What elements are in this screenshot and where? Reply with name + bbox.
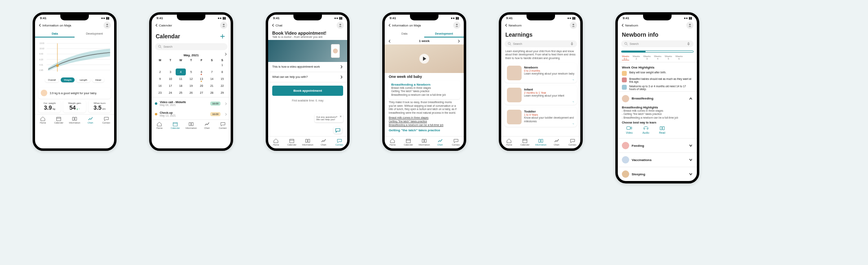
calendar-day[interactable]: 17 (165, 82, 175, 89)
nav-information[interactable]: Information (416, 137, 432, 148)
week-tab[interactable]: Weeks6 (675, 55, 683, 60)
nav-chart[interactable]: Chart (199, 120, 215, 132)
calendar-day[interactable]: 14 (207, 75, 217, 82)
segment-baby[interactable]: Baby (621, 51, 645, 53)
calendar-day[interactable]: 3 (165, 68, 175, 75)
week-prev-button[interactable] (388, 40, 391, 43)
nav-contact[interactable]: Contact (98, 115, 114, 126)
accordion-breastfeeding[interactable]: Breastfeeding (618, 91, 697, 106)
nav-calendar[interactable]: Calender (284, 137, 300, 148)
nav-information[interactable]: Information (183, 120, 199, 132)
info-row-help[interactable]: What can we help you with? (268, 72, 347, 82)
calendar-day[interactable]: 13 (196, 75, 207, 82)
calendar-day[interactable]: 16 (155, 82, 165, 89)
nav-contact[interactable]: Contact (331, 137, 347, 148)
segmented-control[interactable]: Baby Mother Parents (621, 51, 694, 53)
tab-development[interactable]: Development (424, 31, 464, 38)
calendar-day[interactable]: 5 (186, 68, 196, 75)
pill-length[interactable]: Length (76, 77, 90, 82)
calendar-day[interactable]: 18 (176, 82, 186, 89)
tab-data[interactable]: Data (385, 31, 424, 38)
profile-icon[interactable] (220, 22, 227, 29)
nav-chart[interactable]: Chart (432, 137, 448, 148)
week-tab[interactable]: Weeks3 (643, 55, 650, 60)
nav-home[interactable]: Home (385, 137, 401, 148)
close-icon[interactable]: ✕ (339, 115, 342, 118)
week-tab[interactable]: Weeks0-1 (622, 55, 629, 60)
back-button[interactable]: Information on Maja (388, 24, 421, 27)
calendar-day[interactable]: 15 (217, 75, 227, 82)
nav-information[interactable]: Information (300, 137, 316, 148)
nav-chart[interactable]: Chart (82, 115, 98, 126)
calendar-day[interactable]: 2 (155, 68, 165, 75)
nav-chart[interactable]: Chart (549, 137, 564, 148)
calendar-day[interactable]: 8 (217, 68, 227, 75)
calendar-day[interactable]: 20 (196, 82, 207, 89)
article-link[interactable]: Getting "the latch" takes practice (389, 119, 460, 123)
mic-icon[interactable] (687, 42, 690, 46)
learn-opt-read[interactable]: Read (659, 126, 665, 134)
segment-parents[interactable]: Parents (669, 51, 693, 53)
nav-calendar[interactable]: Calender (51, 115, 67, 126)
back-button[interactable]: Newborn (504, 24, 522, 27)
pill-weight[interactable]: Weight (61, 77, 75, 82)
article-hero[interactable] (385, 44, 464, 73)
learning-card[interactable]: Infant2 months to 1 YearLearn everything… (504, 85, 577, 105)
chat-fab[interactable] (333, 126, 342, 134)
calendar-day[interactable]: 22 (217, 82, 227, 89)
calendar-day[interactable]: 21 (207, 82, 217, 89)
profile-icon[interactable] (104, 22, 111, 29)
nav-home[interactable]: Home (35, 115, 51, 126)
add-event-button[interactable]: ＋ (218, 31, 227, 42)
event-row[interactable]: Video call - MidwifeMay 06, 202116:00 (152, 98, 231, 109)
calendar-day[interactable]: 26 (186, 89, 196, 96)
arrow-right-icon[interactable]: → (572, 78, 575, 81)
book-button[interactable]: Book appointment (272, 86, 343, 96)
calendar-day[interactable]: 24 (165, 89, 175, 96)
learn-opt-audio[interactable]: Audio (643, 126, 650, 134)
mic-icon[interactable] (570, 42, 574, 46)
calendar-day[interactable]: 19 (186, 82, 196, 89)
profile-icon[interactable] (570, 22, 577, 29)
pill-overall[interactable]: Overall (45, 77, 59, 82)
accordion-vaccinations[interactable]: Vaccinations (618, 152, 697, 167)
calendar-day[interactable]: 27 (196, 89, 207, 96)
calendar-day[interactable]: 25 (176, 89, 186, 96)
week-tab[interactable]: Weeks4 (654, 55, 661, 60)
event-row[interactable]: Check-upMay 13, 202116:00 (152, 109, 231, 119)
weeks-tabs[interactable]: Weeks0-1Weeks2Weeks3Weeks4Weeks5Weeks6 (618, 54, 697, 61)
nav-calendar[interactable]: Calender (517, 137, 533, 148)
nav-chart[interactable]: Chart (315, 137, 331, 148)
calendar-day[interactable]: 6 (196, 68, 207, 75)
accordion-feeding[interactable]: Feeding (618, 138, 697, 152)
profile-icon[interactable] (686, 22, 694, 29)
calendar-day[interactable]: 9 (155, 75, 165, 82)
calendar-day[interactable]: 29 (217, 89, 227, 96)
nav-information[interactable]: Information (67, 115, 83, 126)
calendar-day[interactable]: 12 (186, 75, 196, 82)
week-next-button[interactable] (457, 40, 460, 43)
nav-contact[interactable]: Contact (215, 120, 231, 132)
nav-information[interactable]: Information (533, 137, 549, 148)
arrow-right-icon[interactable]: → (572, 100, 575, 103)
nav-home[interactable]: Home (501, 137, 517, 148)
week-tab[interactable]: Weeks2 (632, 55, 640, 60)
calendar-day[interactable]: 7 (207, 68, 217, 75)
calendar-day[interactable]: 11 (176, 75, 186, 82)
back-button[interactable]: Chat (271, 24, 282, 27)
profile-icon[interactable] (453, 22, 460, 29)
nav-contact[interactable]: Contact (448, 137, 464, 148)
nav-home[interactable]: Home (268, 137, 284, 148)
tab-data[interactable]: Data (35, 31, 75, 38)
calendar-day[interactable]: 10 (165, 75, 175, 82)
calendar-day[interactable]: 1 (217, 62, 227, 68)
nav-calendar[interactable]: Calender (167, 120, 183, 132)
calendar-day[interactable]: 28 (207, 89, 217, 96)
search-input[interactable]: Search (504, 40, 577, 47)
calendar-day[interactable]: 4 (176, 68, 186, 75)
calendar-day[interactable]: 23 (155, 89, 165, 96)
search-input[interactable]: Search (621, 40, 694, 47)
back-button[interactable]: Newborn (621, 24, 638, 27)
month-next-button[interactable] (224, 53, 227, 56)
pill-head[interactable]: Head (92, 77, 104, 82)
